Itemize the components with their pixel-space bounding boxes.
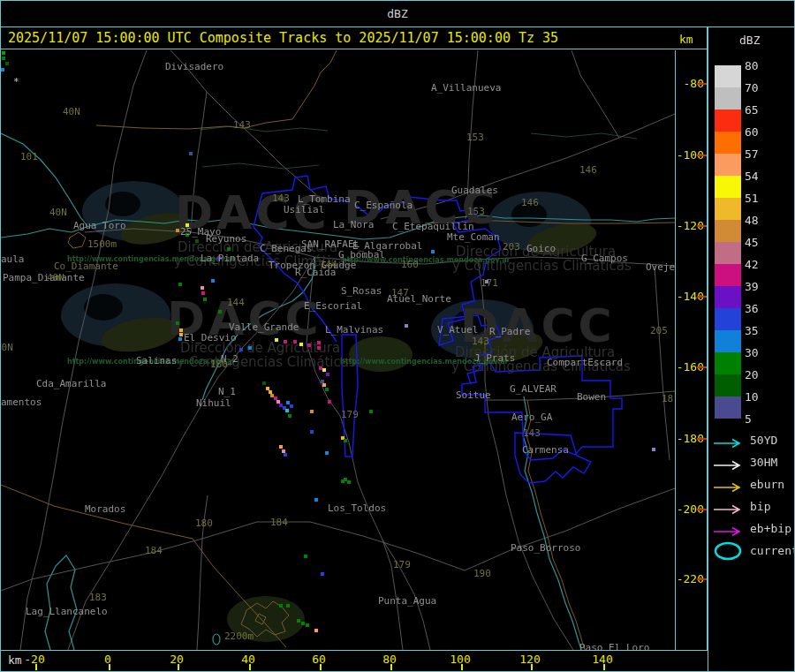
radar-echo-pixel (307, 344, 311, 347)
map-place-label: Carmensa (522, 445, 569, 455)
x-axis-tick-label: 80 (382, 653, 397, 666)
radar-echo-pixel (239, 348, 243, 351)
x-axis-tick-mark (531, 664, 533, 670)
radar-echo-pixel (284, 340, 287, 344)
radar-echo-pixel (322, 368, 326, 372)
map-route-label: 101 (20, 152, 38, 162)
map-route-label: 40N (49, 208, 67, 217)
window-title: dBZ (387, 7, 407, 20)
x-axis-unit-label: km (8, 653, 22, 667)
radar-echo-pixel (203, 298, 207, 301)
map-place-label: Mte_Coman (447, 232, 500, 242)
radar-echo-pixel (176, 321, 179, 325)
map-place-label: Valle_Grande (229, 322, 299, 332)
colorbar-value-label: 10 (745, 390, 771, 404)
radar-echo-pixel (314, 629, 318, 632)
map-route-label: 179 (341, 410, 359, 419)
radar-echo-pixel (179, 333, 183, 336)
map-route-label: 2200m (224, 631, 254, 641)
radar-echo-pixel (178, 283, 182, 286)
colorbar-value-label: 39 (745, 280, 771, 293)
colorbar-band (715, 65, 741, 87)
map-place-label: La_Nora (333, 220, 374, 230)
map-route-label: 203 (503, 242, 520, 252)
map-place-label: C_Española (354, 200, 413, 210)
legend-item-label: 50YD (750, 434, 777, 447)
map-place-label: G_ALVEAR (510, 384, 556, 394)
colorbar-value-label: 57 (745, 147, 771, 161)
map-place-label: J_Prats (474, 353, 515, 363)
radar-echo-pixel (178, 337, 182, 341)
legend-item-label: eb+bip (750, 522, 791, 535)
radar-echo-pixel (2, 57, 5, 60)
colorbar-value-label: 20 (745, 368, 771, 381)
map-route-label: 40N (0, 343, 13, 352)
x-axis-tick-mark (603, 664, 605, 670)
map-place-label: E_Escorial (304, 301, 362, 311)
radar-echo-pixel (652, 448, 655, 451)
y-axis-tick-mark (697, 225, 707, 227)
map-route-label: 190 (473, 569, 491, 578)
colorbar-value-label: 30 (745, 346, 771, 359)
radar-echo-pixel (290, 404, 293, 408)
y-axis-unit-label: km (679, 33, 693, 46)
title-bar: dBZ (1, 1, 794, 27)
radar-echo-pixel (314, 498, 318, 502)
map-place-label: A_Villanueva (431, 83, 501, 93)
map-place-label: Pampa_Diamante (3, 273, 85, 283)
map-route-label: 18 (662, 394, 673, 404)
radar-echo-pixel (218, 310, 222, 313)
x-axis-tick-mark (178, 664, 179, 670)
colorbar-value-label: 65 (745, 103, 771, 117)
radar-echo-pixel (344, 439, 347, 442)
colorbar-band (715, 176, 741, 198)
radar-echo-pixel (279, 445, 283, 449)
map-place-label: Salinas (136, 356, 177, 366)
y-axis-tick-mark (697, 155, 707, 156)
x-axis-tick-label: 100 (450, 653, 470, 666)
radar-echo-pixel (211, 279, 215, 283)
map-place-label: Nihuil (196, 398, 231, 408)
x-axis-tick-mark (249, 664, 251, 670)
y-axis-tick-mark (697, 438, 707, 440)
radar-echo-pixel (297, 619, 300, 623)
map-route-label: 143 (472, 336, 489, 346)
colorbar-band (715, 87, 741, 109)
colorbar-value-label: 35 (745, 324, 771, 337)
radar-echo-pixel (284, 453, 287, 457)
map-route-label: 183 (89, 593, 107, 602)
map-place-label: Paso_Borroso (511, 543, 580, 553)
map-route-label: 179 (393, 560, 411, 570)
map-route-label: 153 (466, 132, 484, 142)
radar-echo-pixel (201, 286, 204, 290)
x-axis-tick-mark (320, 664, 322, 670)
colorbar-value-label: 54 (745, 170, 771, 183)
map-route-label: 171 (481, 278, 498, 288)
legend-item-label: bip (750, 500, 770, 513)
colorbar-band (715, 286, 741, 308)
radar-echo-pixel (288, 414, 292, 418)
colorbar-band (715, 374, 741, 396)
map-place-label: Goico (526, 244, 556, 253)
map-route-label: 143 (523, 428, 541, 438)
radar-echo-pixel (325, 451, 329, 455)
map-place-label: Guadales (451, 185, 498, 195)
colorbar-band (715, 132, 741, 154)
map-route-label: 153 (467, 207, 485, 216)
radar-echo-pixel (326, 373, 329, 376)
colorbar-value-label: 48 (745, 214, 771, 227)
radar-echo-pixel (431, 250, 435, 253)
header-bar: 2025/11/07 15:00:00 UTC Composite Tracks… (1, 27, 707, 49)
map-place-label: * (13, 77, 19, 87)
map-place-label: Cda_Amarilla (36, 379, 106, 389)
map-place-label: N_1 (218, 387, 236, 396)
radar-echo-pixel (285, 409, 289, 412)
radar-echo-pixel (275, 338, 278, 342)
radar-echo-pixel (317, 341, 321, 344)
map-route-label: 146 (579, 165, 597, 175)
map-place-label: aula (1, 254, 25, 264)
map-place-label: amentos (1, 397, 42, 407)
map-place-label: Punta_Agua (378, 596, 436, 606)
radar-echo-pixel (2, 51, 5, 55)
radar-echo-pixel (347, 480, 351, 484)
